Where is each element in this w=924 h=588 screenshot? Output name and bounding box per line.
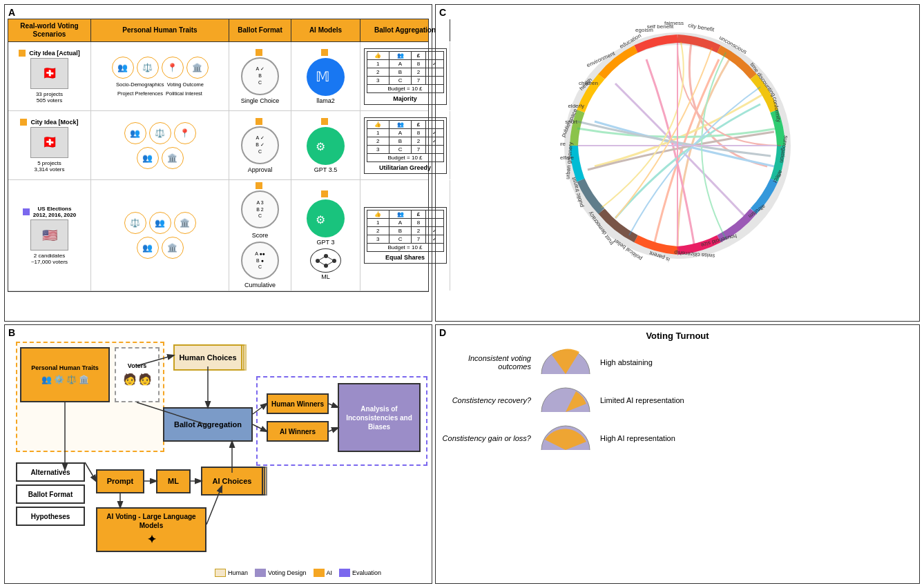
section-c-label: C [439, 7, 446, 18]
th-scenarios: Real-world Voting Scenarios [8, 19, 91, 41]
gpt35-icon: ⚙ [307, 127, 345, 165]
scenario-image-1: 🇨🇭 [30, 58, 68, 89]
ai-label-2: GPT 3.5 [314, 166, 337, 173]
ballot-indicator-1 [256, 49, 262, 56]
hypotheses-box: Hypotheses [16, 507, 85, 526]
section-a: A Real-world Voting Scenarios Personal H… [4, 4, 432, 322]
svg-line-7 [318, 256, 326, 261]
vt-label-2: Constistency recovery? [441, 396, 531, 404]
scenario-us: US Elections2012, 2016, 2020 🇺🇸 2 candid… [8, 180, 91, 291]
prompt-box: Prompt [96, 469, 144, 493]
voters-box: Voters 🧑 🧑 [115, 347, 160, 402]
chord-diagram: city benefit unconscious time discountin… [560, 8, 795, 284]
ballot-approval: A ✓B ✓C [241, 126, 279, 164]
svg-text:sport: sport [565, 119, 578, 125]
svg-text:culture: culture [560, 141, 566, 147]
ballot-row1: A ✓BC Single Choice [229, 42, 291, 110]
ballot-cumulative-wrapper: A ●●B ●C Cumulative [241, 242, 279, 288]
ballot-format-label: Ballot Format [28, 490, 73, 499]
traits-row2: 👥 ⚖️ 📍 👥 🏛️ [91, 111, 229, 179]
traits-row1: 👥 ⚖️ 📍 🏛️ Socio-Demographics Voting Outc… [91, 42, 229, 110]
table-row: City Idea [Actual] 🇨🇭 33 projects505 vot… [8, 42, 428, 111]
svg-text:children: children [579, 80, 598, 86]
section-c: C [435, 4, 920, 322]
trait-icons-3b: 👥 🏛️ [137, 237, 184, 259]
ai-label-4: ML [321, 273, 330, 280]
trait-icons-2: 👥 ⚖️ 📍 [124, 122, 196, 144]
section-d-label: D [439, 327, 446, 338]
gpt3-icon: ⚙ [307, 199, 345, 237]
group-icon-2: 👥 [137, 147, 159, 169]
agg-title-2: Utilitarian Greedy [367, 164, 444, 171]
personal-traits-box: Personal Human Traits 👥 ⚙️ ⚖️ 🏛️ [20, 347, 110, 402]
agg-majority-box: 👍👥£ 1A8✓ 2B2 3C7 Budget = 10 £ Majority [364, 48, 447, 105]
project-icon-3: 🏛️ [162, 237, 184, 259]
trait-flow-icon-4: 🏛️ [79, 375, 89, 386]
svg-text:𝕄: 𝕄 [316, 69, 330, 84]
scenario-label-2: City Idea [Mock] [30, 119, 78, 126]
ml-box: ML [156, 469, 191, 493]
vt-desc-3: High AI representation [600, 434, 914, 442]
table-body: City Idea [Actual] 🇨🇭 33 projects505 vot… [8, 42, 429, 292]
table-row: City Idea [Mock] 🇨🇭 5 projects3,314 vote… [8, 111, 428, 180]
ai-indicator-2 [321, 118, 328, 125]
dashed-eval-box [256, 376, 427, 466]
section-d: D Voting Turnout Inconsistent voting out… [435, 324, 920, 584]
ml-icon [310, 248, 341, 273]
trait-label-project: Project Preferences [117, 90, 163, 97]
legend-voting-label: Voting Design [268, 569, 307, 576]
openai-icon: ✦ [147, 533, 156, 547]
ballot-format-box: Ballot Format [16, 484, 85, 504]
th-ai: AI Models [291, 19, 360, 41]
scenario-details-2: 5 projects3,314 voters [34, 160, 64, 173]
legend-ai-label: AI [327, 569, 333, 576]
vt-label-3: Constistency gain or loss? [441, 434, 531, 442]
scenario-city-mock: City Idea [Mock] 🇨🇭 5 projects3,314 vote… [8, 111, 91, 179]
socio-icon-3: 👥 [137, 237, 159, 259]
ballot-indicator-2 [256, 118, 262, 125]
ballot-score: A 3B 2C [241, 190, 279, 228]
agg-table-3: 👍👥£ 1A8 2B2✓ 3C7✓ Budget = 10 £ [367, 210, 444, 252]
legend-voting-color [255, 569, 266, 577]
svg-line-8 [318, 261, 326, 266]
table-row: US Elections2012, 2016, 2020 🇺🇸 2 candid… [8, 180, 428, 291]
traits-row3: ⚖️ 👥 🏛️ 👥 🏛️ [91, 180, 229, 291]
scenario-label-3: US Elections2012, 2016, 2020 [33, 206, 76, 218]
purple-indicator [23, 208, 30, 215]
th-traits: Personal Human Traits [91, 19, 229, 41]
trait-icons-1: 👥 ⚖️ 📍 🏛️ [112, 57, 209, 79]
voter-icon-2: 🧑 [138, 373, 152, 387]
agg-equal-box: 👍👥£ 1A8 2B2✓ 3C7✓ Budget = 10 £ Equal Sh… [364, 207, 447, 264]
ballot-agg-label: Ballot Aggregation [174, 420, 242, 429]
alternatives-label: Alternatives [30, 468, 70, 477]
ballot-row3: A 3B 2C Score A ●●B ●C Cumulative [229, 180, 291, 291]
ballot-single-choice: A ✓BC [241, 57, 279, 95]
svg-text:welfare: welfare [560, 155, 575, 161]
ai-label-1: llama2 [316, 97, 335, 104]
legend-human: Human [215, 569, 248, 577]
socio-icon-1: 👥 [112, 57, 134, 79]
svg-text:egoism: egoism [635, 27, 653, 33]
vt-row-2: Constistency recovery? Limited AI repres… [441, 384, 914, 415]
ai-voting-label: AI Voting - Large Language Models [97, 512, 205, 530]
political-icon-1: 🏛️ [186, 57, 209, 79]
trait-label-socio: Socio-Demographics [116, 81, 164, 88]
trait-labels-1: Socio-Demographics Voting Outcome Projec… [93, 81, 227, 97]
scenario-city-actual: City Idea [Actual] 🇨🇭 33 projects505 vot… [8, 42, 91, 110]
legend: Human Voting Design AI Evaluation [215, 569, 381, 577]
scenario-label-1: City Idea [Actual] [29, 50, 80, 57]
ai-choices-label: AI Choices [213, 476, 252, 486]
human-choices-front: Human Choices [173, 344, 242, 371]
ballot-label-cumulative: Cumulative [241, 282, 279, 288]
trait-icons-2b: 👥 🏛️ [137, 147, 184, 169]
voting-icon-1: ⚖️ [137, 57, 159, 79]
ballot-cumulative: A ●●B ●C [241, 242, 279, 280]
vt-title: Voting Turnout [441, 331, 914, 341]
agg-table-1: 👍👥£ 1A8✓ 2B2 3C7 Budget = 10 £ [367, 51, 444, 93]
ai-indicator-1 [321, 49, 328, 56]
human-choices-label: Human Choices [179, 353, 236, 362]
voting-icon-3: ⚖️ [124, 212, 146, 234]
agg-table-2: 👍👥£ 1A8✓ 2B2✓ 3C7 Budget = 10 £ [367, 120, 444, 162]
vt-row-3: Constistency gain or loss? High AI repre… [441, 422, 914, 453]
project-icon-1: 📍 [162, 57, 184, 79]
